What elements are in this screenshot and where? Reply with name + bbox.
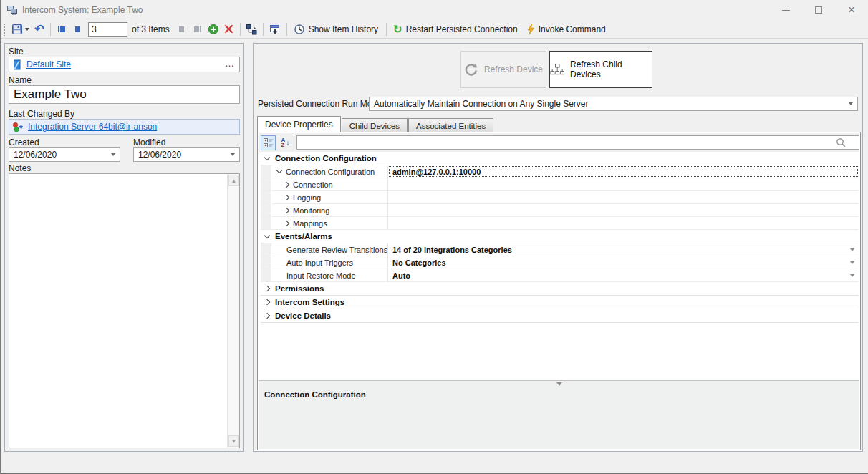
chevron-down-icon[interactable] <box>264 232 270 238</box>
tab-child-devices[interactable]: Child Devices <box>342 118 408 132</box>
site-label: Site <box>9 47 24 57</box>
record-index-input[interactable] <box>88 22 127 37</box>
tab-associated-entities[interactable]: Associated Entities <box>408 118 493 132</box>
property-search-input[interactable] <box>296 135 859 150</box>
save-dropdown-icon[interactable] <box>25 28 29 31</box>
refresh-device-button[interactable]: Refresh Device <box>460 51 546 88</box>
refresh-child-devices-button[interactable]: Refresh Child Devices <box>549 51 652 88</box>
grid-property-value[interactable]: admin@127.0.0.1:10000 <box>388 165 859 178</box>
chevron-down-icon[interactable] <box>849 102 853 105</box>
collapse-description-icon[interactable] <box>556 382 562 386</box>
notes-textarea[interactable]: ▲ ▼ <box>9 173 240 448</box>
invoke-command-button[interactable]: Invoke Command <box>523 21 611 37</box>
chevron-down-icon[interactable] <box>231 153 235 156</box>
grid-property-logging[interactable]: Logging <box>261 191 859 204</box>
next-record-button[interactable] <box>174 21 190 37</box>
show-item-history-button[interactable]: Show Item History <box>290 21 383 37</box>
toolbar-separator <box>286 23 287 36</box>
scroll-down-button[interactable]: ▼ <box>228 435 239 447</box>
toolbar-grip[interactable] <box>3 23 6 36</box>
chevron-right-icon[interactable] <box>264 299 270 305</box>
last-changed-by-link[interactable]: Integration Server 64bit@ir-anson <box>28 122 157 132</box>
set-parent-button[interactable] <box>243 21 260 37</box>
chevron-right-icon[interactable] <box>284 220 289 226</box>
grid-property-value[interactable] <box>388 204 859 216</box>
close-button[interactable]: × <box>835 0 868 20</box>
property-description-panel: Connection Configuration <box>259 380 859 449</box>
grid-property-name[interactable]: Generate Review Transitions <box>271 243 388 256</box>
previous-record-button[interactable] <box>69 21 85 37</box>
grid-property-name[interactable]: Monitoring <box>271 204 388 216</box>
grid-property-generate-review-transitions[interactable]: Generate Review Transitions14 of 20 Inte… <box>261 243 859 256</box>
grid-property-auto-input-triggers[interactable]: Auto Input TriggersNo Categories <box>261 256 859 269</box>
minimize-button[interactable] <box>769 0 802 20</box>
grid-property-monitoring[interactable]: Monitoring <box>261 204 859 217</box>
grid-property-name[interactable]: Connection <box>271 178 388 190</box>
chevron-down-icon[interactable] <box>111 153 115 156</box>
modified-date-combo[interactable]: 12/06/2020 <box>133 147 240 162</box>
run-mode-combo[interactable]: Automatically Maintain Connection on Any… <box>369 97 858 111</box>
chevron-down-icon[interactable] <box>276 168 282 173</box>
grid-property-value[interactable] <box>388 178 859 190</box>
first-record-button[interactable] <box>54 21 69 37</box>
grid-property-value[interactable] <box>388 217 859 229</box>
notes-scrollbar[interactable]: ▲ ▼ <box>227 174 239 448</box>
chevron-right-icon[interactable] <box>284 194 289 200</box>
chevron-right-icon[interactable] <box>284 207 289 213</box>
grid-property-name[interactable]: Auto Input Triggers <box>271 256 388 269</box>
site-link[interactable]: Default Site <box>26 59 71 69</box>
name-input[interactable] <box>9 85 240 104</box>
alphabetical-sort-button[interactable]: AZ ↓ <box>278 135 293 150</box>
undo-button[interactable]: ↶ <box>32 21 47 37</box>
integration-server-icon <box>12 122 24 132</box>
site-browse-button[interactable]: … <box>225 58 235 69</box>
delete-item-button[interactable] <box>221 21 237 37</box>
tab-label: Child Devices <box>349 122 400 130</box>
scroll-up-button[interactable]: ▲ <box>228 175 239 186</box>
site-field: Default Site … <box>9 57 240 72</box>
grid-property-value[interactable] <box>388 191 859 203</box>
grid-category-intercom-settings[interactable]: Intercom Settings <box>261 296 859 309</box>
grid-property-value[interactable]: No Categories <box>388 256 859 269</box>
chevron-right-icon[interactable] <box>264 313 270 319</box>
grid-category-connection-configuration[interactable]: Connection Configuration <box>261 152 859 165</box>
grid-property-name[interactable]: Logging <box>271 191 388 203</box>
grid-category-permissions[interactable]: Permissions <box>261 282 859 296</box>
grid-property-mappings[interactable]: Mappings <box>261 217 859 230</box>
chevron-down-icon[interactable] <box>850 248 854 251</box>
categorized-icon <box>263 137 274 148</box>
chevron-down-icon[interactable] <box>850 261 854 264</box>
chevron-right-icon[interactable] <box>284 181 289 187</box>
add-item-button[interactable] <box>206 21 221 37</box>
restart-persisted-connection-button[interactable]: ↻ Restart Persisted Connection <box>390 21 523 37</box>
created-date-combo[interactable]: 12/06/2020 <box>9 147 120 162</box>
grid-property-name[interactable]: Connection Configuration <box>271 165 388 178</box>
grid-property-name-label: Generate Review Transitions <box>286 246 387 254</box>
chevron-down-icon[interactable] <box>264 154 270 160</box>
grid-property-value[interactable]: Auto <box>388 269 859 281</box>
grid-property-connection[interactable]: Connection <box>261 178 859 191</box>
grid-category-device-details[interactable]: Device Details <box>261 309 859 323</box>
grid-property-connection-configuration[interactable]: Connection Configurationadmin@127.0.0.1:… <box>261 165 859 178</box>
grid-property-name-label: Logging <box>293 193 321 202</box>
grid-property-name[interactable]: Input Restore Mode <box>271 269 388 281</box>
down-arrow-icon: ↓ <box>286 139 289 147</box>
grid-property-name[interactable]: Mappings <box>271 217 388 229</box>
tab-device-properties[interactable]: Device Properties <box>257 116 341 132</box>
grid-property-value[interactable]: 14 of 20 Integrations Categories <box>388 243 859 256</box>
grid-category-events-alarms[interactable]: Events/Alarms <box>261 230 859 243</box>
chevron-right-icon[interactable] <box>264 286 270 291</box>
categorized-view-button[interactable] <box>261 135 276 150</box>
toolbar-separator <box>50 23 51 36</box>
maximize-button[interactable] <box>802 0 835 20</box>
chevron-down-icon[interactable] <box>850 274 854 277</box>
grid-property-value-text: Auto <box>392 271 410 280</box>
lightning-icon <box>526 24 535 35</box>
save-button[interactable] <box>9 21 32 37</box>
created-label: Created <box>9 137 39 147</box>
grid-property-input-restore-mode[interactable]: Input Restore ModeAuto <box>261 269 859 282</box>
last-record-button[interactable] <box>190 21 206 37</box>
grid-row-gutter <box>261 269 271 281</box>
device-panel: Refresh Device Refresh Child Devices Per… <box>253 43 863 452</box>
send-to-button[interactable] <box>266 21 284 37</box>
